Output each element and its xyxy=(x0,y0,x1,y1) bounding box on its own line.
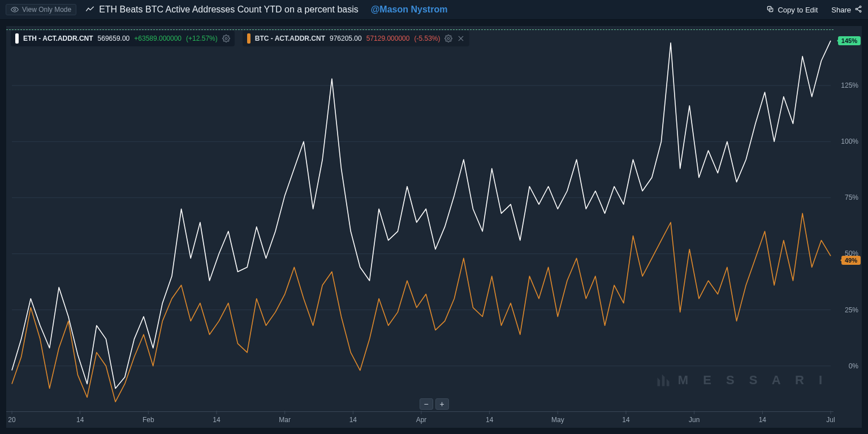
legend-change-abs-eth: +63589.000000 xyxy=(134,35,182,42)
y-tick: 100% xyxy=(841,137,858,145)
y-tick: 0% xyxy=(849,362,858,370)
x-axis-labels: 2014Feb14Mar14Apr14May14Jun14Jul xyxy=(6,412,834,428)
view-mode-badge: View Only Mode xyxy=(6,4,76,15)
legend-swatch-btc xyxy=(247,33,251,44)
x-tick: Apr xyxy=(416,416,427,424)
x-tick: 14 xyxy=(486,416,493,424)
x-tick: 14 xyxy=(213,416,220,424)
x-tick: 14 xyxy=(349,416,357,424)
legend-change-pct-btc: (-5.53%) xyxy=(414,35,440,42)
legend: ETH - ACT.ADDR.CNT 569659.00 +63589.0000… xyxy=(11,31,469,46)
copy-to-edit-button[interactable]: Copy to Edit xyxy=(766,5,818,15)
legend-change-pct-eth: (+12.57%) xyxy=(186,35,218,42)
x-tick: 14 xyxy=(76,416,84,424)
x-tick: 14 xyxy=(759,416,766,424)
legend-swatch-eth xyxy=(15,33,19,44)
svg-point-8 xyxy=(225,37,227,40)
copy-to-edit-label: Copy to Edit xyxy=(778,6,818,14)
x-tick: 20 xyxy=(8,416,15,424)
watermark-text: M E S S A R I xyxy=(678,373,828,388)
y-tick: 25% xyxy=(845,306,858,314)
watermark: M E S S A R I xyxy=(655,372,828,388)
messari-logo-icon xyxy=(655,372,671,388)
copy-icon xyxy=(766,5,774,15)
y-tick: 125% xyxy=(841,81,858,89)
legend-item-btc[interactable]: BTC - ACT.ADDR.CNT 976205.00 57129.00000… xyxy=(243,31,470,46)
svg-line-7 xyxy=(857,9,860,11)
zoom-in-button[interactable]: + xyxy=(435,398,449,410)
y-tick: 50% xyxy=(845,250,858,257)
legend-name-eth: ETH - ACT.ADDR.CNT xyxy=(23,35,93,42)
x-tick: May xyxy=(551,416,564,424)
y-tick: 75% xyxy=(845,194,858,201)
chart-title: ETH Beats BTC Active Addresses Count YTD… xyxy=(99,5,359,15)
x-tick: Feb xyxy=(142,416,154,424)
app-root: View Only Mode ETH Beats BTC Active Addr… xyxy=(0,0,868,434)
share-button[interactable]: Share xyxy=(831,5,862,15)
legend-name-btc: BTC - ACT.ADDR.CNT xyxy=(255,35,325,42)
legend-value-btc: 976205.00 xyxy=(330,35,362,42)
x-tick: Mar xyxy=(279,416,291,424)
chart-area[interactable]: ETH - ACT.ADDR.CNT 569659.00 +63589.0000… xyxy=(6,25,862,428)
eye-icon xyxy=(11,6,19,14)
svg-point-9 xyxy=(448,37,450,40)
spark-icon xyxy=(85,5,94,14)
zoom-out-button[interactable]: − xyxy=(420,398,433,410)
y-axis-labels: 0%25%50%75%100%125% xyxy=(836,26,858,412)
title-group: ETH Beats BTC Active Addresses Count YTD… xyxy=(85,5,447,15)
x-tick: 14 xyxy=(622,416,629,424)
view-mode-label: View Only Mode xyxy=(22,6,71,14)
legend-change-abs-btc: 57129.000000 xyxy=(366,35,410,42)
svg-line-6 xyxy=(857,7,860,8)
share-label: Share xyxy=(831,6,851,14)
author-link[interactable]: @Mason Nystrom xyxy=(371,5,448,15)
x-tick: Jul xyxy=(826,416,835,424)
gear-icon[interactable] xyxy=(444,35,452,42)
svg-point-0 xyxy=(14,8,16,11)
x-tick: Jun xyxy=(689,416,699,424)
top-bar: View Only Mode ETH Beats BTC Active Addr… xyxy=(0,0,868,20)
gear-icon[interactable] xyxy=(222,35,230,42)
chart-svg xyxy=(6,26,862,428)
legend-item-eth[interactable]: ETH - ACT.ADDR.CNT 569659.00 +63589.0000… xyxy=(11,31,235,46)
share-icon xyxy=(854,5,862,15)
close-icon[interactable] xyxy=(457,35,465,42)
legend-value-eth: 569659.00 xyxy=(98,35,130,42)
zoom-controls: − + xyxy=(420,398,449,410)
